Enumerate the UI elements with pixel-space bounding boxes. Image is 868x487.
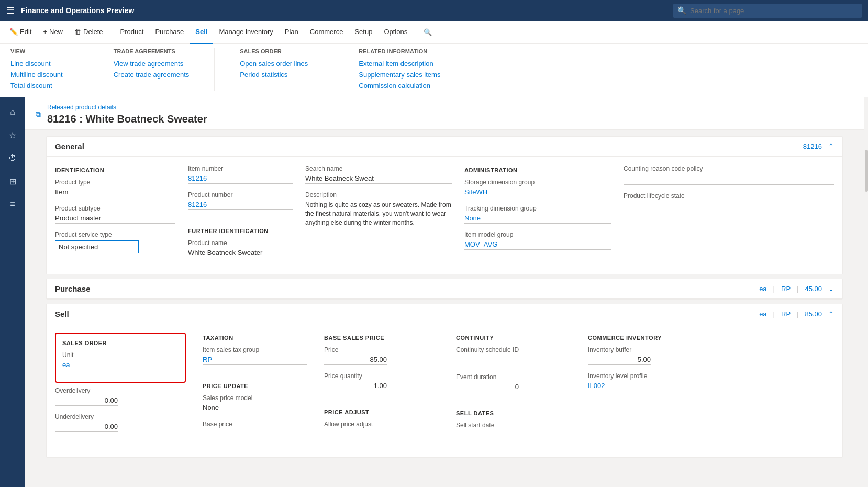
sidebar: ⌂ ☆ ⏱ ⊞ ≡ ≡ bbox=[0, 97, 25, 487]
breadcrumb[interactable]: Released product details bbox=[47, 104, 207, 111]
event-duration-group: Event duration 0 bbox=[456, 373, 571, 392]
menu-edit[interactable]: ✏️ Edit bbox=[4, 21, 37, 44]
base-price-value bbox=[203, 430, 307, 440]
purchase-separator1: | bbox=[773, 285, 775, 293]
search-icon: 🔍 bbox=[677, 6, 686, 15]
menu-new[interactable]: + New bbox=[38, 21, 68, 44]
product-number-label: Product number bbox=[188, 191, 293, 198]
page-header-area: ⧉ Released product details 81216 : White… bbox=[25, 97, 864, 130]
filter-icon[interactable]: ⧉ bbox=[36, 110, 41, 119]
menu-purchase[interactable]: Purchase bbox=[150, 21, 189, 44]
sell-section-header[interactable]: Sell ea | RP | 85.00 ⌃ bbox=[47, 304, 842, 324]
unit-group: Unit ea bbox=[62, 351, 179, 370]
purchase-summary1: ea bbox=[759, 285, 766, 293]
sidebar-clock-icon[interactable]: ⏱ bbox=[2, 148, 23, 169]
item-number-label: Item number bbox=[188, 165, 293, 172]
sidebar-home-icon[interactable]: ⌂ bbox=[2, 102, 23, 123]
item-model-value[interactable]: MOV_AVG bbox=[464, 240, 611, 250]
search-wrap: 🔍 bbox=[673, 4, 862, 18]
unit-value[interactable]: ea bbox=[62, 361, 179, 370]
plus-icon: + bbox=[43, 28, 47, 36]
item-model-label: Item model group bbox=[464, 231, 611, 238]
top-search-input[interactable] bbox=[673, 4, 862, 18]
product-number-value[interactable]: 81216 bbox=[188, 201, 293, 210]
price-update-label: PRICE UPDATE bbox=[203, 383, 307, 389]
counting-reason-group: Counting reason code policy bbox=[624, 165, 834, 185]
sell-summary3: 85.00 bbox=[805, 310, 822, 318]
sales-order-label: SALES ORDER bbox=[62, 340, 179, 346]
dropdown-supplementary[interactable]: Supplementary sales items bbox=[359, 70, 440, 80]
menu-search-btn[interactable]: 🔍 bbox=[419, 24, 436, 40]
continuity-schedule-value bbox=[456, 356, 571, 366]
dropdown-create-trade[interactable]: Create trade agreements bbox=[114, 70, 190, 80]
sell-summary2: RP bbox=[781, 310, 791, 318]
general-section: General 81216 ⌃ IDENTIFICATION Product t… bbox=[36, 136, 853, 274]
description-value: Nothing is quite as cozy as our sweaters… bbox=[305, 201, 452, 228]
dropdown-open-sales[interactable]: Open sales order lines bbox=[240, 59, 308, 69]
menu-setup[interactable]: Setup bbox=[349, 21, 377, 44]
menu-plan[interactable]: Plan bbox=[280, 21, 304, 44]
sell-columns: SALES ORDER Unit ea Overdelivery 0.00 bbox=[55, 333, 834, 449]
menu-options[interactable]: Options bbox=[379, 21, 413, 44]
layout: ⌂ ☆ ⏱ ⊞ ≡ ≡ ⧉ Released product details 8… bbox=[0, 97, 868, 487]
scrollbar-thumb[interactable] bbox=[865, 150, 868, 192]
bottom-spacer bbox=[25, 462, 864, 483]
base-sales-price-col: BASE SALES PRICE Price 85.00 Price quant… bbox=[324, 333, 439, 449]
dropdown-line-discount[interactable]: Line discount bbox=[10, 59, 63, 69]
item-number-col: Item number 81216 Product number 81216 F… bbox=[188, 165, 293, 265]
underdelivery-value: 0.00 bbox=[55, 423, 118, 432]
overdelivery-group: Overdelivery 0.00 bbox=[55, 387, 186, 406]
product-name-value: White Boatneck Sweater bbox=[188, 249, 293, 258]
sales-price-model-label: Sales price model bbox=[203, 394, 307, 402]
sell-collapse-icon[interactable]: ⌃ bbox=[828, 310, 834, 318]
general-collapse-icon[interactable]: ⌃ bbox=[828, 142, 834, 150]
menu-delete[interactable]: 🗑 Delete bbox=[69, 21, 108, 44]
sidebar-star-icon[interactable]: ☆ bbox=[2, 125, 23, 146]
dropdown-total-discount[interactable]: Total discount bbox=[10, 81, 63, 91]
sidebar-list-icon[interactable]: ≡ bbox=[2, 194, 23, 215]
price-quantity-label: Price quantity bbox=[324, 372, 439, 380]
tracking-dim-label: Tracking dimension group bbox=[464, 205, 611, 212]
product-service-type-input[interactable] bbox=[55, 240, 139, 253]
dropdown-multiline-discount[interactable]: Multiline discount bbox=[10, 70, 63, 80]
dropdown-view-trade[interactable]: View trade agreements bbox=[114, 59, 190, 69]
hamburger-icon[interactable]: ☰ bbox=[6, 5, 15, 16]
dropdown-sales-order: Sales order Open sales order lines Perio… bbox=[240, 48, 308, 91]
scrollbar-track[interactable] bbox=[864, 97, 868, 487]
sell-dates-block: SELL DATES Sell start date bbox=[456, 408, 571, 449]
general-section-header[interactable]: General 81216 ⌃ bbox=[47, 137, 842, 157]
menu-sell[interactable]: Sell bbox=[190, 21, 213, 44]
search-name-value: White Boatneck Sweat bbox=[305, 174, 452, 184]
inventory-level-value[interactable]: IL002 bbox=[588, 382, 703, 391]
sell-dates-label: SELL DATES bbox=[456, 410, 571, 416]
item-sales-tax-value[interactable]: RP bbox=[203, 356, 307, 365]
storage-dim-value[interactable]: SiteWH bbox=[464, 188, 611, 197]
purchase-section-header[interactable]: Purchase ea | RP | 45.00 ⌄ bbox=[47, 279, 842, 299]
allow-price-adjust-group: Allow price adjust bbox=[324, 420, 439, 440]
dropdown-external-item[interactable]: External item description bbox=[359, 59, 440, 69]
top-bar: ☰ Finance and Operations Preview 🔍 bbox=[0, 0, 868, 21]
sidebar-grid-icon[interactable]: ⊞ bbox=[2, 171, 23, 192]
general-section-body: IDENTIFICATION Product type Item Product… bbox=[47, 157, 842, 274]
menu-manage-inventory[interactable]: Manage inventory bbox=[214, 21, 278, 44]
dropdown-period-stats[interactable]: Period statistics bbox=[240, 70, 308, 80]
sell-start-date-value bbox=[456, 431, 571, 441]
menu-product[interactable]: Product bbox=[115, 21, 149, 44]
item-number-value[interactable]: 81216 bbox=[188, 174, 293, 184]
tracking-dim-value[interactable]: None bbox=[464, 214, 611, 224]
dropdown-commission[interactable]: Commission calculation bbox=[359, 81, 440, 91]
sell-start-date-group: Sell start date bbox=[456, 422, 571, 441]
inventory-buffer-value: 5.00 bbox=[588, 356, 651, 365]
search-col: Search name White Boatneck Sweat Descrip… bbox=[305, 165, 452, 265]
purchase-expand-icon[interactable]: ⌄ bbox=[828, 285, 834, 293]
sell-start-date-label: Sell start date bbox=[456, 422, 571, 429]
search-name-group: Search name White Boatneck Sweat bbox=[305, 165, 452, 184]
price-label: Price bbox=[324, 346, 439, 353]
general-section-id: 81216 bbox=[803, 142, 822, 150]
dropdown-trade-agreements: Trade agreements View trade agreements C… bbox=[114, 48, 190, 91]
unit-label: Unit bbox=[62, 351, 179, 359]
sales-order-col: SALES ORDER Unit ea Overdelivery 0.00 bbox=[55, 333, 186, 449]
price-update-block: PRICE UPDATE Sales price model None Base… bbox=[203, 381, 307, 448]
menu-commerce[interactable]: Commerce bbox=[305, 21, 349, 44]
administration-label: ADMINISTRATION bbox=[464, 167, 611, 173]
